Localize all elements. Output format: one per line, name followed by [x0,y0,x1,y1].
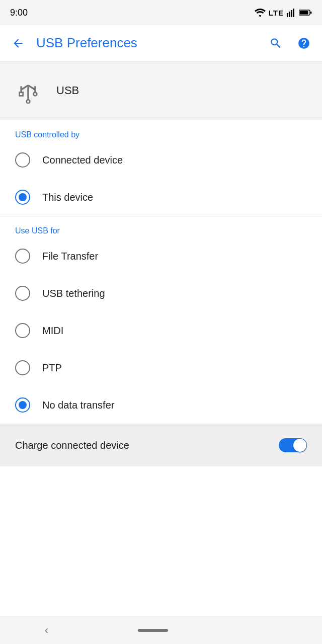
radio-ptp[interactable]: PTP [15,349,307,386]
usb-label: USB [56,84,79,97]
radio-usb-tethering-button[interactable] [15,286,30,301]
radio-file-transfer-button[interactable] [15,249,30,264]
file-transfer-label: File Transfer [42,251,98,262]
svg-rect-0 [287,13,288,17]
battery-icon [299,9,312,16]
usb-tethering-label: USB tethering [42,288,105,299]
bottom-nav: ‹ [0,616,322,644]
radio-no-data-transfer-inner [19,401,27,409]
no-data-transfer-label: No data transfer [42,399,114,411]
use-usb-for-label: Use USB for [15,226,307,235]
svg-rect-5 [300,11,308,15]
wifi-icon [255,8,266,17]
svg-rect-3 [293,9,294,17]
status-icons: LTE [255,8,312,17]
svg-line-9 [28,86,35,90]
app-bar: USB Preferences [0,25,322,61]
svg-rect-1 [289,12,290,17]
usb-controlled-by-section: USB controlled by Connected device This … [0,120,322,216]
charge-connected-toggle-row[interactable]: Charge connected device [0,424,322,466]
charge-connected-label: Charge connected device [15,440,129,451]
use-usb-for-section: Use USB for File Transfer USB tethering … [0,216,322,424]
status-time: 9:00 [10,8,28,18]
svg-line-8 [21,86,28,90]
radio-midi-button[interactable] [15,323,30,338]
page-title: USB Preferences [36,35,258,51]
back-button[interactable] [8,33,28,53]
midi-label: MIDI [42,325,63,337]
svg-point-13 [33,92,37,96]
help-button[interactable] [294,33,314,53]
usb-controlled-by-label: USB controlled by [15,130,307,139]
connected-device-label: Connected device [42,154,123,166]
signal-icon [287,8,296,17]
ptp-label: PTP [42,362,62,374]
lte-label: LTE [269,9,284,17]
svg-rect-2 [291,10,292,17]
usb-icon-section: USB [0,61,322,120]
radio-connected-device[interactable]: Connected device [15,141,307,179]
status-bar: 9:00 LTE [0,0,322,25]
radio-usb-tethering[interactable]: USB tethering [15,275,307,312]
radio-connected-device-button[interactable] [15,152,30,168]
radio-midi[interactable]: MIDI [15,312,307,349]
usb-icon [15,77,41,104]
radio-ptp-button[interactable] [15,360,30,375]
this-device-label: This device [42,192,93,203]
radio-this-device[interactable]: This device [15,179,307,216]
svg-rect-6 [310,12,312,14]
svg-rect-12 [20,92,23,96]
nav-back-arrow[interactable]: ‹ [45,624,48,637]
radio-no-data-transfer-button[interactable] [15,397,30,413]
charge-connected-toggle[interactable] [279,438,307,452]
radio-this-device-inner [19,193,27,201]
radio-no-data-transfer[interactable]: No data transfer [15,386,307,424]
radio-this-device-button[interactable] [15,190,30,205]
radio-file-transfer[interactable]: File Transfer [15,237,307,275]
svg-point-14 [27,100,30,103]
home-pill[interactable] [138,629,168,632]
toggle-thumb [293,439,306,452]
search-button[interactable] [266,33,286,53]
